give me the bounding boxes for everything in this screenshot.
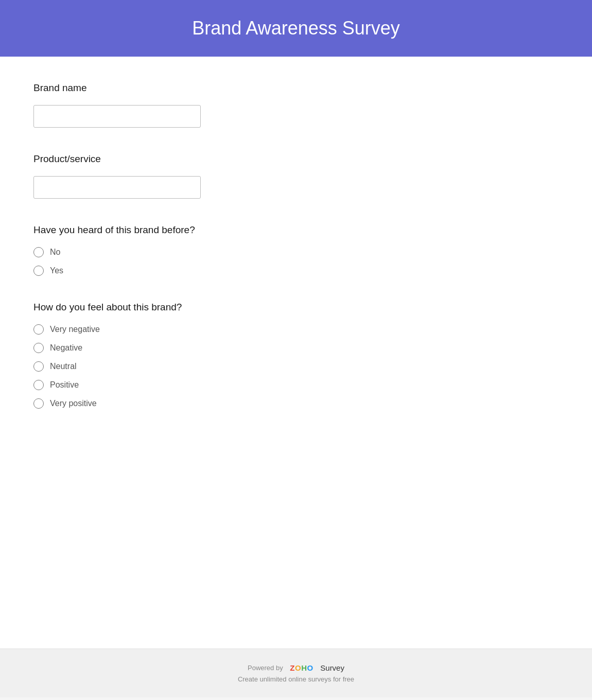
question-heard-before: Have you heard of this brand before? No … <box>33 224 559 276</box>
feeling-negative-label: Negative <box>50 343 82 353</box>
page-title: Brand Awareness Survey <box>192 18 400 39</box>
product-service-label: Product/service <box>33 153 559 165</box>
feeling-neutral-radio[interactable] <box>33 361 44 372</box>
feeling-very-negative-label: Very negative <box>50 325 100 334</box>
feeling-neutral[interactable]: Neutral <box>33 361 559 372</box>
feeling-very-negative-radio[interactable] <box>33 324 44 335</box>
heard-before-label: Have you heard of this brand before? <box>33 224 559 236</box>
feeling-positive-label: Positive <box>50 380 79 390</box>
feeling-negative[interactable]: Negative <box>33 343 559 353</box>
heard-before-options: No Yes <box>33 247 559 276</box>
brand-feeling-options: Very negative Negative Neutral Positive … <box>33 324 559 409</box>
heard-before-no-label: No <box>50 248 60 257</box>
feeling-negative-radio[interactable] <box>33 343 44 353</box>
zoho-z: Z <box>290 663 295 672</box>
zoho-h: H <box>301 663 307 672</box>
brand-name-input[interactable] <box>33 105 201 128</box>
heard-before-yes-label: Yes <box>50 266 63 275</box>
page-header: Brand Awareness Survey <box>0 0 592 57</box>
brand-feeling-label: How do you feel about this brand? <box>33 302 559 313</box>
heard-before-no-radio[interactable] <box>33 247 44 257</box>
feeling-very-positive-radio[interactable] <box>33 398 44 409</box>
powered-by-text: Powered by <box>248 664 283 672</box>
survey-text: Survey <box>320 663 344 672</box>
heard-before-yes[interactable]: Yes <box>33 266 559 276</box>
feeling-neutral-label: Neutral <box>50 362 77 371</box>
feeling-positive[interactable]: Positive <box>33 380 559 390</box>
feeling-very-positive-label: Very positive <box>50 399 97 408</box>
question-product-service: Product/service <box>33 153 559 199</box>
product-service-input[interactable] <box>33 176 201 199</box>
heard-before-yes-radio[interactable] <box>33 266 44 276</box>
zoho-o2: O <box>307 663 313 672</box>
feeling-very-positive[interactable]: Very positive <box>33 398 559 409</box>
heard-before-no[interactable]: No <box>33 247 559 257</box>
footer: Powered by ZOHO Survey Create unlimited … <box>0 649 592 697</box>
feeling-very-negative[interactable]: Very negative <box>33 324 559 335</box>
zoho-logo: ZOHO <box>290 663 313 672</box>
question-brand-name: Brand name <box>33 82 559 128</box>
footer-powered-by: Powered by ZOHO Survey <box>248 663 344 672</box>
brand-name-label: Brand name <box>33 82 559 94</box>
zoho-o1: O <box>295 663 301 672</box>
question-brand-feeling: How do you feel about this brand? Very n… <box>33 302 559 409</box>
footer-tagline: Create unlimited online surveys for free <box>238 675 354 683</box>
feeling-positive-radio[interactable] <box>33 380 44 390</box>
main-content: Brand name Product/service Have you hear… <box>0 57 592 649</box>
